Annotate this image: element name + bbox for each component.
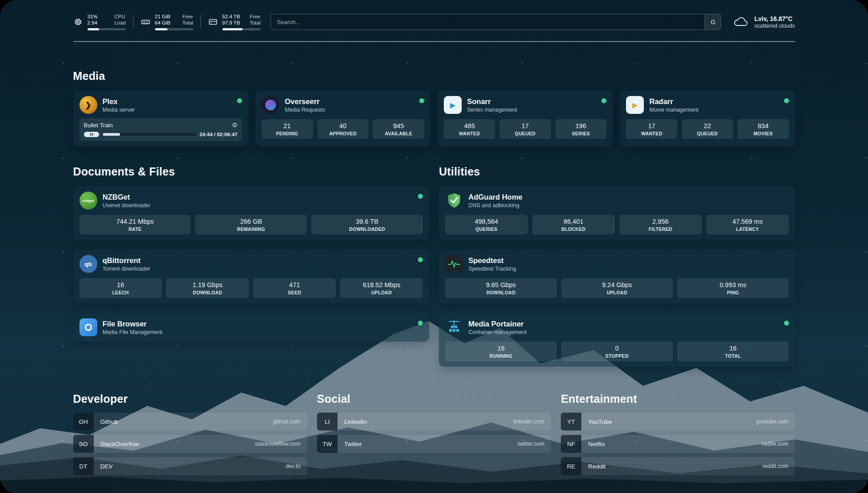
overseerr-icon: [262, 96, 280, 114]
memory-progress-bar: [155, 28, 193, 30]
bookmark-netflix[interactable]: NF Netflix netflix.com: [561, 435, 795, 453]
status-dot: [601, 98, 606, 103]
service-subtitle: Media Requests: [285, 107, 325, 113]
disk-icon: [208, 17, 218, 27]
divider: [133, 15, 134, 29]
stat-running: 16RUNNING: [445, 342, 557, 361]
bookmark-group-developer: Developer GH Github github.com SO StackO…: [73, 393, 307, 480]
cpu-metric: 31%2.94 CPULoad: [73, 13, 126, 30]
portainer-crane-icon: [445, 318, 463, 336]
gear-icon[interactable]: ⚙: [232, 121, 238, 129]
bookmark-url: reddit.com: [762, 463, 788, 469]
stat-downloaded: 39.6 TBDOWNLOADED: [311, 215, 423, 234]
section-title-media: Media: [73, 70, 795, 83]
disk-values: 52.4 TB97.9 TB: [222, 13, 240, 26]
section-title-utilities: Utilities: [439, 165, 795, 178]
bookmark-abbr: GH: [73, 413, 94, 430]
stat-wanted: 485WANTED: [444, 119, 495, 139]
search-provider-button[interactable]: G: [705, 14, 721, 29]
bookmark-abbr: TW: [317, 435, 338, 453]
search-input[interactable]: [271, 14, 705, 29]
service-card-speedtest[interactable]: Speedtest Speedtest Tracking 9.65 GbpsDO…: [439, 250, 795, 303]
service-subtitle: Usenet downloader: [103, 202, 151, 209]
disk-progress-bar: [222, 28, 261, 30]
bookmark-abbr: DT: [73, 457, 94, 475]
divider: [200, 15, 201, 29]
stat-wanted: 17WANTED: [626, 119, 677, 139]
bookmark-url: youtube.com: [756, 418, 789, 425]
service-card-nzbget[interactable]: nzbget NZBGet Usenet downloader 744.21 M…: [73, 186, 430, 240]
bookmark-url: stackoverflow.com: [255, 441, 300, 447]
stat-series: 196SERIES: [555, 119, 607, 139]
top-bar: 31%2.94 CPULoad 2: [73, 13, 795, 30]
playback-time: 24:44 / 02:06:47: [200, 132, 238, 137]
service-card-radarr[interactable]: ▶ Radarr Movie management 17WANTED 22QUE…: [620, 91, 795, 146]
service-subtitle: Speedtest Tracking: [468, 266, 516, 272]
stat-leech: 16LEECH: [79, 278, 162, 298]
section-title-developer: Developer: [73, 393, 307, 405]
bookmark-name: Twitter: [344, 441, 362, 447]
bookmark-linkedin[interactable]: LI LinkedIn linkedin.com: [317, 413, 551, 430]
stat-total: 16TOTAL: [677, 342, 789, 361]
bookmark-reddit[interactable]: RE Reddit reddit.com: [561, 457, 795, 475]
bookmark-name: DEV: [100, 463, 113, 470]
service-subtitle: Media server: [103, 107, 135, 113]
qbittorrent-icon: qb: [79, 255, 97, 273]
filebrowser-icon: [79, 318, 97, 336]
service-name: Media Portainer: [468, 320, 527, 328]
cloud-icon: [733, 16, 749, 28]
stat-rate: 744.21 MbpsRATE: [79, 215, 191, 234]
service-subtitle: Media File Management: [103, 329, 163, 335]
bookmark-abbr: NF: [561, 435, 581, 453]
bookmark-name: Reddit: [588, 463, 605, 470]
pause-button[interactable]: [84, 132, 99, 137]
service-card-filebrowser[interactable]: File Browser Media File Management: [73, 313, 430, 342]
bookmark-url: netflix.com: [762, 441, 789, 447]
service-name: Overseerr: [285, 97, 325, 106]
weather-widget[interactable]: Lviv, 16.87°C scattered clouds: [733, 15, 795, 29]
bookmark-github[interactable]: GH Github github.com: [73, 413, 307, 430]
stat-approved: 40APPROVED: [317, 119, 369, 139]
service-card-plex[interactable]: ❯ Plex Media server Bullet Train ⚙: [73, 91, 248, 146]
dashboard-window: 31%2.94 CPULoad 2: [0, 0, 868, 493]
stat-download: 9.65 GbpsDOWNLOAD: [445, 278, 557, 298]
bookmark-url: dev.to: [286, 463, 300, 469]
status-dot: [237, 98, 242, 103]
adguard-shield-icon: [445, 192, 463, 209]
cpu-icon: [73, 17, 83, 27]
bookmark-stackoverflow[interactable]: SO StackOverflow stackoverflow.com: [73, 435, 307, 453]
stat-queued: 17QUEUED: [500, 119, 551, 139]
plex-icon: ❯: [79, 96, 97, 114]
service-card-adguard[interactable]: AdGuard Home DNS and adblocking 498,564Q…: [439, 186, 795, 240]
stat-remaining: 266 GBREMAINING: [195, 215, 307, 234]
stat-upload: 618.52 MbpsUPLOAD: [340, 278, 423, 298]
now-playing-title: Bullet Train: [84, 122, 113, 129]
service-card-sonarr[interactable]: ▶ Sonarr Series management 485WANTED 17Q…: [438, 91, 613, 146]
weather-condition: scattered clouds: [754, 23, 795, 29]
service-card-overseerr[interactable]: Overseerr Media Requests 21PENDING 40APP…: [255, 91, 430, 146]
service-name: Sonarr: [467, 97, 517, 106]
bookmark-abbr: RE: [561, 457, 581, 475]
bookmark-dev[interactable]: DT DEV dev.to: [73, 457, 307, 475]
topbar-divider: [73, 41, 795, 42]
playback-progress-bar[interactable]: [103, 133, 196, 136]
service-name: qBittorrent: [103, 256, 150, 265]
bookmark-abbr: SO: [73, 435, 94, 453]
service-card-qbittorrent[interactable]: qb qBittorrent Torrent downloader 16LEEC…: [73, 250, 430, 303]
sonarr-icon: ▶: [444, 96, 462, 114]
disk-labels: FreeTotal: [250, 13, 260, 26]
bookmark-abbr: YT: [561, 413, 581, 430]
service-name: File Browser: [103, 320, 163, 328]
status-dot: [784, 321, 789, 326]
bookmark-youtube[interactable]: YT YouTube youtube.com: [561, 413, 795, 430]
weather-location: Lviv, 16.87°C: [754, 15, 795, 23]
service-subtitle: Torrent downloader: [103, 266, 150, 272]
radarr-icon: ▶: [626, 96, 644, 114]
stat-download: 1.19 GbpsDOWNLOAD: [166, 278, 249, 298]
bookmark-twitter[interactable]: TW Twitter twitter.com: [317, 435, 551, 453]
service-card-portainer[interactable]: Media Portainer Container management 16R…: [439, 313, 795, 367]
stat-movies: 834MOVIES: [738, 119, 789, 139]
section-title-entertainment: Entertainment: [561, 393, 795, 405]
stat-queries: 498,564QUERIES: [445, 215, 528, 234]
bookmark-group-entertainment: Entertainment YT YouTube youtube.com NF …: [561, 393, 795, 480]
